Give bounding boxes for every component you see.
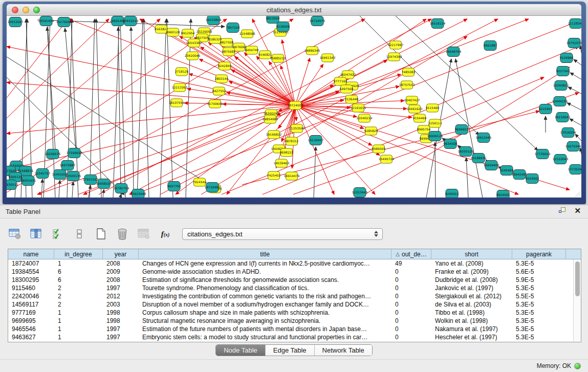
graph-node[interactable]: 16906128 <box>427 132 443 141</box>
table-cell[interactable]: Estimation of significance thresholds fo… <box>139 276 391 284</box>
graph-node[interactable]: 9657791 <box>167 182 181 191</box>
column-header[interactable]: year <box>103 249 139 259</box>
table-cell[interactable]: 0 <box>391 333 431 341</box>
graph-node[interactable]: 2136448 <box>345 95 359 103</box>
table-cell[interactable]: Genome-wide association studies in ADHD. <box>139 268 391 276</box>
table-row[interactable]: 911546021997Tourette syndrome. Phenomeno… <box>8 284 581 292</box>
graph-node[interactable]: 10461620 <box>407 105 423 113</box>
table-cell[interactable]: 5.3E-5 <box>512 325 566 333</box>
network-canvas[interactable]: 18724007 9163822 8960128 8912954 2322605… <box>7 16 581 198</box>
graph-node[interactable]: 7857224 <box>226 23 240 33</box>
table-row[interactable]: 1830029562008Estimation of significance … <box>8 276 581 284</box>
graph-node[interactable]: 15276096 <box>56 17 72 27</box>
window-titlebar[interactable]: citations_edges.txt <box>7 4 581 16</box>
graph-node[interactable]: 15495724 <box>379 155 395 163</box>
table-cell[interactable]: Jankovic et al. (1997) <box>431 284 512 292</box>
table-cell[interactable]: 5.3E-5 <box>512 309 566 317</box>
graph-node[interactable]: 10188936 <box>471 154 487 163</box>
graph-node[interactable]: 19166822 <box>266 130 282 139</box>
graph-node[interactable]: 12103043 <box>553 155 569 164</box>
select-all-icon[interactable] <box>50 227 66 241</box>
table-cell[interactable]: 2009 <box>103 268 139 276</box>
table-cell[interactable]: 1998 <box>103 317 139 325</box>
table-cell[interactable]: 0 <box>391 309 431 317</box>
table-cell[interactable]: Nakamura et al. (1997) <box>431 325 512 333</box>
graph-node[interactable]: 16210643 <box>555 113 571 122</box>
graph-node[interactable]: 11675344 <box>565 142 581 151</box>
graph-node[interactable]: 12217997 <box>388 41 404 49</box>
graph-node[interactable]: 11930513 <box>7 180 18 190</box>
table-cell[interactable]: 1998 <box>103 309 139 317</box>
graph-node[interactable]: 16648794 <box>446 47 462 57</box>
table-cell[interactable]: Disruption of a novel member of a sodium… <box>139 300 391 309</box>
column-header[interactable]: name <box>8 249 54 259</box>
graph-node[interactable]: 9227343 <box>556 67 570 76</box>
table-cell[interactable]: 6 <box>54 276 103 284</box>
graph-node[interactable]: 12093822 <box>553 81 569 91</box>
graph-node[interactable]: 16055128 <box>458 147 474 157</box>
table-cell[interactable]: 18300295 <box>8 276 54 284</box>
table-cell[interactable]: 6 <box>54 268 103 276</box>
table-cell[interactable]: 9115460 <box>8 284 54 292</box>
graph-node[interactable]: 18724007 <box>288 101 303 110</box>
graph-node[interactable]: 12213363 <box>172 83 188 92</box>
graph-node[interactable]: 16543382 <box>186 39 202 47</box>
graph-node[interactable]: 2803144 <box>215 75 229 83</box>
table-cell[interactable]: Structural magnetic resonance image aver… <box>139 317 391 325</box>
graph-node[interactable]: 9875685 <box>222 48 236 56</box>
graph-node[interactable]: 20591404 <box>38 16 54 26</box>
table-row[interactable]: 946554611997Estimation of the future num… <box>8 325 581 333</box>
table-cell[interactable]: 19384554 <box>8 268 54 276</box>
table-cell[interactable]: 22420046 <box>8 292 54 300</box>
graph-node[interactable]: 16958107 <box>96 179 112 189</box>
graph-node[interactable]: 9129966 <box>560 53 574 63</box>
table-cell[interactable]: Changes of HCN gene expression and I(f) … <box>139 259 391 268</box>
graph-node[interactable]: 9215953 <box>539 104 553 114</box>
table-row[interactable]: 946362711997Embryonic stem cells: a mode… <box>8 333 581 341</box>
graph-node[interactable]: 15751074 <box>567 38 581 48</box>
table-cell[interactable]: 5.3E-5 <box>512 284 566 292</box>
table-row[interactable]: 1456911722003Disruption of a novel membe… <box>8 300 581 309</box>
graph-node[interactable]: 9698222 <box>280 148 294 157</box>
graph-node[interactable]: 16961343 <box>320 54 336 62</box>
table-cell[interactable]: 2 <box>54 284 103 292</box>
graph-node[interactable]: 9634508 <box>444 139 458 149</box>
table-cell[interactable]: 5.3E-5 <box>512 300 566 309</box>
graph-node[interactable]: 11128340 <box>568 19 581 29</box>
table-cell[interactable]: de Silva et al. (2003) <box>431 300 512 309</box>
graph-node[interactable]: 11548098 <box>239 30 255 38</box>
table-row[interactable]: 2242004622012Investigating the contribut… <box>8 292 581 300</box>
graph-node[interactable]: 6497568 <box>340 85 354 93</box>
table-cell[interactable]: 2012 <box>103 292 139 300</box>
graph-node[interactable]: 18757513 <box>399 81 415 89</box>
graph-node[interactable]: 19854985 <box>263 115 278 123</box>
column-header[interactable]: short <box>431 249 512 259</box>
graph-node[interactable]: 8878312 <box>285 137 299 145</box>
graph-node[interactable]: 9524502 <box>526 174 539 184</box>
column-header[interactable]: title <box>139 249 391 259</box>
graph-node[interactable]: 12161615 <box>351 104 366 112</box>
network-graph[interactable]: 18724007 9163822 8960128 8912954 2322605… <box>7 16 581 198</box>
table-cell[interactable]: Investigating the contribution of common… <box>139 292 391 300</box>
table-cell[interactable]: 5.3E-5 <box>512 259 566 268</box>
table-cell[interactable]: 0 <box>391 284 431 292</box>
new-document-icon[interactable] <box>93 227 108 241</box>
graph-node[interactable]: 15134457 <box>308 136 324 145</box>
table-cell[interactable]: 5.3E-5 <box>512 333 566 341</box>
graph-node[interactable]: 8589505 <box>372 145 386 153</box>
graph-node[interactable]: 8912954 <box>181 29 195 37</box>
graph-node[interactable]: 10553219 <box>123 16 139 26</box>
graph-node[interactable]: 2718126 <box>175 68 189 76</box>
table-cell[interactable]: 1 <box>54 259 103 268</box>
graph-node[interactable]: 16912445 <box>476 133 492 143</box>
graph-node[interactable]: 16914479 <box>284 172 300 180</box>
graph-node[interactable]: 14039463 <box>274 159 290 167</box>
table-cell[interactable]: 0 <box>391 300 431 309</box>
table-cell[interactable]: 49 <box>391 259 431 268</box>
graph-node[interactable]: 11700641 <box>207 100 223 108</box>
graph-node[interactable]: 9524501 <box>496 190 510 198</box>
table-row[interactable]: 1938455462009Genome-wide association stu… <box>8 268 581 276</box>
tab-node-table[interactable]: Node Table <box>216 345 266 356</box>
table-cell[interactable]: 2008 <box>103 259 139 268</box>
graph-node[interactable]: 9245013 <box>445 189 459 198</box>
